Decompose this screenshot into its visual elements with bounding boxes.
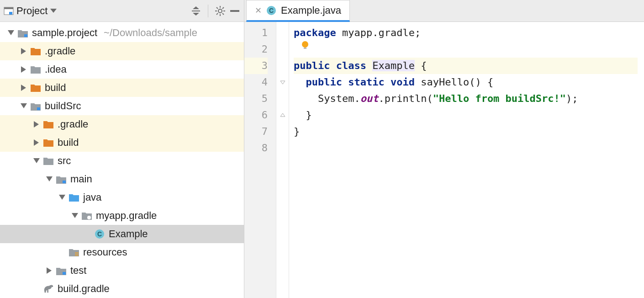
class-icon: C — [94, 229, 105, 239]
tree-node-example-class[interactable]: C Example — [0, 225, 244, 243]
hide-icon[interactable] — [229, 5, 240, 16]
svg-line-13 — [222, 13, 224, 15]
project-view-selector[interactable]: Project — [4, 5, 57, 17]
project-tree[interactable]: sample.project ~/Downloads/sample .gradl… — [0, 22, 244, 298]
close-icon[interactable]: ✕ — [255, 5, 262, 16]
code-line[interactable]: } — [294, 107, 638, 123]
chevron-down-icon[interactable] — [58, 193, 67, 202]
chevron-down-icon[interactable] — [45, 175, 54, 184]
line-number[interactable]: 4 — [244, 74, 268, 90]
project-view-label: Project — [16, 5, 48, 17]
line-number[interactable]: 3 — [244, 58, 268, 74]
class-icon: C — [266, 5, 276, 16]
chevron-down-icon[interactable] — [70, 211, 79, 220]
tree-label: main — [70, 173, 92, 185]
tree-node-src[interactable]: src — [0, 152, 244, 170]
svg-marker-21 — [21, 85, 26, 91]
tree-node-package[interactable]: myapp.gradle — [0, 207, 244, 225]
fold-toggle-icon[interactable] — [276, 107, 289, 123]
editor-area: ✕ C Example.java 1 2 3 4 5 6 7 8 — [244, 0, 644, 298]
editor-fold-gutter — [276, 22, 289, 298]
svg-marker-41 — [280, 81, 285, 84]
code-line[interactable]: public static void sayHello() { — [294, 74, 638, 90]
collapse-all-icon[interactable] — [190, 5, 201, 16]
line-number[interactable]: 8 — [244, 140, 268, 156]
tree-node-buildsrc-gradle[interactable]: .gradle — [0, 115, 244, 133]
tree-label: src — [58, 155, 71, 167]
line-number[interactable]: 7 — [244, 123, 268, 140]
tree-node-build[interactable]: build — [0, 79, 244, 97]
editor-body[interactable]: 1 2 3 4 5 6 7 8 package myapp.gr — [244, 22, 644, 298]
folder-icon — [30, 46, 41, 57]
tree-node-root[interactable]: sample.project ~/Downloads/sample — [0, 24, 244, 42]
svg-rect-1 — [4, 7, 13, 9]
line-number[interactable]: 1 — [244, 25, 268, 41]
svg-marker-37 — [47, 267, 52, 274]
line-number[interactable]: 5 — [244, 90, 268, 107]
tree-label: resources — [83, 246, 127, 258]
svg-marker-22 — [21, 103, 27, 108]
tree-label: .idea — [45, 64, 67, 75]
svg-marker-27 — [46, 176, 53, 181]
editor-code[interactable]: package myapp.gradle; public class Examp… — [289, 22, 638, 298]
code-line[interactable] — [294, 140, 638, 156]
tree-node-buildsrc-build[interactable]: build — [0, 133, 244, 152]
editor-gutter[interactable]: 1 2 3 4 5 6 7 8 — [244, 22, 276, 298]
gradle-icon — [43, 283, 54, 294]
tree-label: .gradle — [45, 45, 75, 57]
gear-icon[interactable] — [215, 5, 226, 16]
tree-label: build.gradle — [58, 283, 110, 295]
code-line[interactable] — [294, 41, 638, 58]
chevron-down-icon — [50, 9, 57, 13]
folder-icon — [43, 155, 54, 166]
module-icon — [56, 265, 67, 276]
svg-text:C: C — [97, 230, 102, 238]
code-line[interactable]: public class Example { — [294, 58, 638, 74]
chevron-down-icon[interactable] — [19, 101, 28, 111]
svg-rect-28 — [63, 181, 66, 183]
chevron-right-icon[interactable] — [32, 138, 41, 147]
chevron-down-icon[interactable] — [6, 28, 16, 37]
project-toolwindow: Project sample.p — [0, 0, 244, 298]
svg-rect-5 — [192, 11, 200, 11]
chevron-right-icon[interactable] — [19, 47, 28, 56]
chevron-right-icon[interactable] — [45, 266, 54, 275]
tree-label: myapp.gradle — [96, 210, 157, 222]
intention-bulb-icon[interactable] — [300, 40, 310, 50]
editor-tab-example[interactable]: ✕ C Example.java — [246, 0, 350, 22]
project-toolwindow-header: Project — [0, 0, 244, 22]
svg-rect-18 — [24, 34, 27, 37]
tree-node-test[interactable]: test — [0, 261, 244, 280]
svg-line-15 — [222, 7, 224, 9]
chevron-right-icon[interactable] — [32, 120, 41, 129]
svg-text:C: C — [269, 7, 274, 14]
svg-rect-2 — [9, 12, 12, 15]
svg-rect-23 — [37, 107, 40, 110]
fold-toggle-icon[interactable] — [276, 74, 289, 90]
line-number[interactable]: 6 — [244, 107, 268, 123]
tree-node-java[interactable]: java — [0, 188, 244, 207]
tree-node-gradle[interactable]: .gradle — [0, 42, 244, 60]
code-line[interactable]: } — [294, 123, 638, 140]
chevron-right-icon[interactable] — [19, 65, 28, 74]
tree-node-resources[interactable]: resources — [0, 243, 244, 261]
tree-node-idea[interactable]: .idea — [0, 60, 244, 79]
line-number[interactable]: 2 — [244, 41, 268, 58]
chevron-right-icon[interactable] — [19, 83, 28, 92]
code-line[interactable]: System.out.println("Hello from buildSrc!… — [294, 90, 638, 107]
project-icon — [4, 6, 14, 16]
tree-node-main[interactable]: main — [0, 170, 244, 188]
tree-label: build — [45, 82, 66, 94]
svg-rect-16 — [230, 10, 239, 12]
code-line[interactable]: package myapp.gradle; — [294, 25, 638, 41]
tree-node-buildsrc[interactable]: buildSrc — [0, 97, 244, 115]
svg-marker-25 — [34, 139, 39, 146]
svg-line-14 — [216, 13, 218, 15]
editor-scrollbar[interactable] — [638, 22, 644, 298]
tree-node-build-gradle[interactable]: build.gradle — [0, 280, 244, 298]
svg-marker-6 — [193, 13, 199, 16]
chevron-down-icon[interactable] — [32, 156, 41, 165]
svg-marker-26 — [33, 158, 40, 163]
folder-icon — [30, 82, 41, 93]
svg-marker-19 — [21, 48, 26, 54]
